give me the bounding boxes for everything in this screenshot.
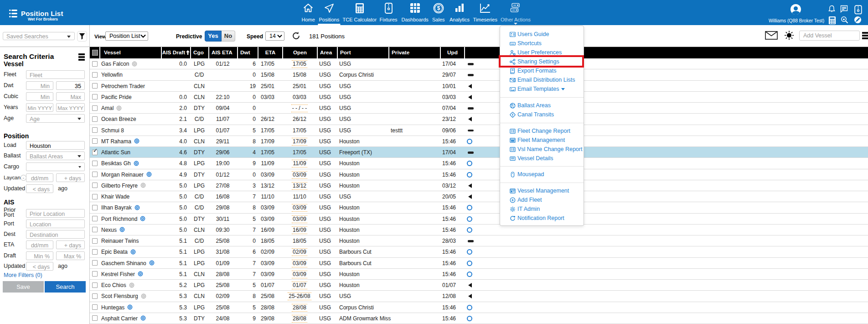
vessel-cell[interactable]: Reinauer Twins [101,235,161,246]
vessel-cell[interactable]: Nexus [101,225,161,235]
table-row-asphalt-carrier[interactable]: Asphalt Carrier5.3DTY24/08929/0828/08USG… [90,313,868,324]
nav-item-fixtures[interactable]: Fixtures [380,2,398,25]
row-checkbox[interactable] [92,150,98,155]
mail-icon[interactable] [765,31,778,40]
menu-item-vsl-name-change-report[interactable]: Vsl Name Change Report [500,145,584,154]
table-row-petrochem-trader[interactable]: Petrochem TraderCLN1925/0125/01USGUSG10/… [90,81,868,92]
vessel-cell[interactable]: Yellowfin [101,69,161,80]
table-row-khair-wade[interactable]: Khair Wade5.0C/D16/08711/1011/10USGUSG20… [90,191,868,202]
status-cell[interactable] [464,280,482,291]
menu-item-vessel-management[interactable]: Vessel Management [500,186,584,195]
vessel-cell[interactable]: Morgan Reinauer [101,169,161,180]
table-row-gas-falcon[interactable]: Gas Falcon0.0LPG01/12617/0517/05USGUSG17… [90,58,868,69]
vessel-cell[interactable]: Gas Falcon [101,58,161,69]
draft-min-input[interactable]: Min % [26,251,53,260]
status-cell[interactable] [464,81,482,92]
laycan-days-input[interactable]: + days [56,173,85,182]
menu-item-users-guide[interactable]: Users Guide [500,30,584,39]
row-checkbox[interactable] [92,194,98,199]
table-row-gilberto-freyre[interactable]: Gilberto Freyre5.0LPG27/08313/1213/12USG… [90,180,868,191]
eta-days-input[interactable]: + days [56,240,85,249]
status-cell[interactable] [464,291,482,302]
nav-item-dashboards[interactable]: Dashboards [402,2,429,25]
row-checkbox[interactable] [92,293,98,299]
status-cell[interactable] [464,125,482,136]
menu-item-canal-transits[interactable]: Canal Transits [500,110,584,119]
select-all-checkbox[interactable] [92,50,98,56]
status-cell[interactable] [464,158,482,169]
row-checkbox[interactable] [92,249,98,255]
table-row-amal[interactable]: Amal2.0DTY09/040- - / - -USGUSG07/04 [90,103,868,114]
search-criteria-menu-icon[interactable] [78,53,85,61]
cubic-min-input[interactable]: Min [26,92,53,101]
table-row-schmui-8[interactable]: Schmui 83.4LPG01/07517/0517/05USGUSGtest… [90,125,868,136]
menu-item-shortcuts[interactable]: Shortcuts [500,39,584,48]
vessel-cell[interactable]: Eco Chios [101,280,161,291]
cubic-max-input[interactable]: Max [56,92,85,101]
ballast-select[interactable]: Ballast Areas [26,152,85,160]
vessel-cell[interactable]: Gilberto Freyre [101,180,161,191]
fleet-input[interactable]: Fleet [26,70,85,79]
nav-item-timeseries[interactable]: Timeseries [473,2,497,25]
nav-item-home[interactable]: Home [302,2,315,25]
status-cell[interactable] [464,258,482,269]
row-checkbox[interactable] [92,116,98,122]
status-cell[interactable] [464,114,482,125]
saved-searches-select[interactable]: Saved Searches [3,32,75,40]
nav-item-analytics[interactable]: Analytics [450,2,470,25]
vessel-search-icon[interactable] [841,16,848,24]
row-checkbox[interactable] [92,161,98,166]
vessel-cell[interactable]: Khair Wade [101,191,161,202]
laycan-date-input[interactable]: dd/mm [26,173,53,182]
updated-ais-input[interactable]: < days [26,262,53,271]
vessel-cell[interactable]: Huntegas [101,302,161,313]
more-filters-link[interactable]: More Filters (0) [4,272,42,278]
column-header-cgo[interactable]: Cgo [190,47,208,58]
row-checkbox[interactable] [92,72,98,78]
table-row-ilhan-bayrak[interactable]: Ilhan Bayrak5.0C/D29/08803/0903/09USGHou… [90,202,868,213]
menu-item-fleet-management[interactable]: Fleet Management [500,136,584,145]
menu-item-email-templates[interactable]: Email Templates [500,84,584,94]
row-checkbox[interactable] [92,94,98,99]
table-row-besiktas-gh[interactable]: Besiktas Gh4.8LPG19:00911/0911/09USGHous… [90,158,868,169]
status-cell[interactable] [464,169,482,180]
status-cell[interactable] [464,69,482,80]
vessel-cell[interactable]: Port Richmond [101,214,161,225]
row-checkbox[interactable] [92,315,98,321]
port-input[interactable]: Location [26,219,85,228]
predictive-yes-button[interactable]: Yes [205,31,222,42]
nav-item-other-actions[interactable]: Other Actions [501,2,531,25]
menu-item-notification-report[interactable]: Notification Report [500,214,584,223]
table-row-huntegas[interactable]: Huntegas5.3LPG25/08528/0828/08USGCorpus … [90,302,868,313]
row-checkbox[interactable] [92,138,98,144]
row-checkbox[interactable] [92,227,98,232]
nav-item-positions[interactable]: Positions [319,2,340,25]
row-checkbox[interactable] [92,83,98,89]
toolbar-menu-icon[interactable] [862,32,868,39]
status-cell[interactable] [464,103,482,114]
view-select[interactable]: Position List [105,31,148,41]
status-cell[interactable] [464,58,482,69]
cargo-select[interactable] [26,162,85,171]
vessel-cell[interactable]: Gaschem Shinano [101,258,161,269]
table-row-kestrel-fisher[interactable]: Kestrel Fisher5.1CLN28/08703/0903/09USGH… [90,269,868,280]
status-cell[interactable] [464,235,482,246]
row-checkbox[interactable] [92,205,98,210]
dwt-min-input[interactable]: Min [26,81,53,90]
draft-max-input[interactable]: Max % [56,251,85,260]
column-header-area[interactable]: Area [317,47,337,58]
table-row-gaschem-shinano[interactable]: Gaschem Shinano5.1LPG01/09703/0903/09USG… [90,258,868,269]
status-cell[interactable] [464,180,482,191]
search-button[interactable]: Search [45,281,86,293]
menu-item-it-admin[interactable]: IT Admin [500,204,584,214]
row-checkbox[interactable] [92,271,98,277]
status-cell[interactable] [464,246,482,257]
user-info[interactable]: Williams (Q88 Broker Test) [769,0,824,25]
vessel-cell[interactable]: Kestrel Fisher [101,269,161,280]
menu-item-add-fleet[interactable]: Add Fleet [500,195,584,204]
status-cell[interactable] [464,302,482,313]
updated-position-input[interactable]: < days [26,184,53,193]
table-row-ocean-breeze[interactable]: Ocean Breeze2.1C/D11/07026/1226/12USGUSG… [90,114,868,125]
avatar[interactable] [790,4,801,15]
menu-item-export-formats[interactable]: Export Formats [500,66,584,75]
